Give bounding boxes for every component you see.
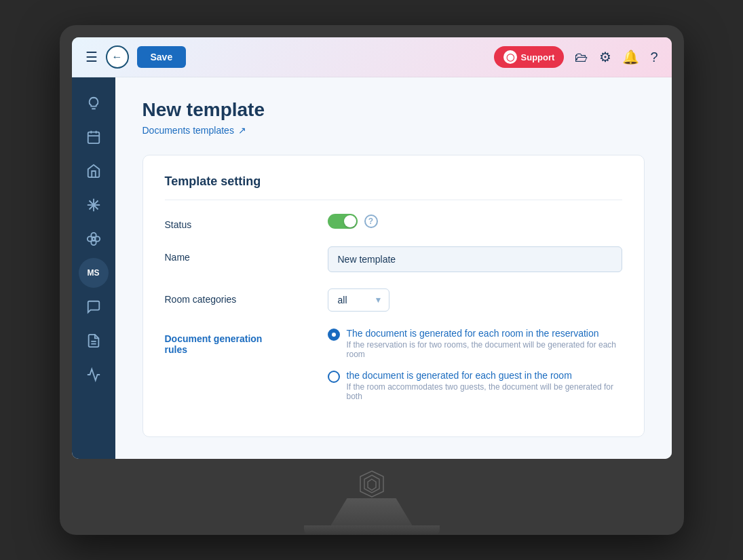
sidebar-item-home[interactable] (79, 156, 109, 186)
main-layout: MS (72, 77, 672, 459)
help-icon[interactable]: ? (650, 50, 658, 65)
save-button[interactable]: Save (137, 46, 187, 68)
monitor-stand (72, 498, 672, 535)
radio-main-text-1: The document is generated for each room … (347, 328, 622, 339)
sidebar-item-chart[interactable] (79, 360, 109, 390)
svg-rect-0 (88, 132, 99, 144)
name-input[interactable] (328, 246, 622, 272)
radio-group: The document is generated for each room … (328, 328, 622, 401)
support-button[interactable]: ◯ Support (494, 46, 565, 68)
room-categories-select-wrapper: all single double suite ▼ (328, 288, 389, 312)
room-categories-select[interactable]: all single double suite (328, 288, 389, 312)
breadcrumb[interactable]: Documents templates ↗ (142, 125, 645, 136)
folder-icon[interactable]: 🗁 (575, 50, 588, 65)
sidebar-item-calendar[interactable] (79, 122, 109, 152)
stand-neck (331, 498, 413, 525)
page-title: New template (142, 99, 645, 121)
hamburger-icon[interactable]: ☰ (85, 49, 98, 65)
status-toggle[interactable] (328, 214, 358, 229)
sidebar: MS (72, 77, 115, 459)
doc-gen-label: Document generationrules (165, 328, 301, 355)
sidebar-item-snowflake[interactable] (79, 190, 109, 220)
doc-gen-control: The document is generated for each room … (328, 328, 622, 401)
card-title: Template setting (165, 174, 622, 200)
sidebar-item-avatar[interactable]: MS (79, 258, 109, 288)
name-row: Name (165, 246, 622, 272)
radio-text-group-2: the document is generated for each guest… (347, 370, 622, 401)
room-categories-control: all single double suite ▼ (328, 288, 622, 312)
status-control: ? (328, 214, 622, 229)
status-help-icon[interactable]: ? (364, 214, 378, 228)
back-arrow-icon: ← (112, 51, 123, 63)
room-categories-label: Room categories (165, 288, 301, 305)
radio-sub-text-1: If the reservation is for two rooms, the… (347, 340, 622, 359)
toggle-knob (344, 215, 356, 227)
radio-option-1[interactable]: The document is generated for each room … (328, 328, 622, 359)
radio-circle-1 (328, 329, 340, 341)
top-bar: ☰ ← Save ◯ Support 🗁 ⚙ 🔔 ? (72, 37, 672, 77)
name-control (328, 246, 622, 272)
top-bar-right: ◯ Support 🗁 ⚙ 🔔 ? (494, 46, 658, 68)
settings-icon[interactable]: ⚙ (599, 49, 611, 65)
room-categories-row: Room categories all single double suite … (165, 288, 622, 312)
template-settings-card: Template setting Status ? Name (142, 155, 645, 437)
sidebar-item-document[interactable] (79, 326, 109, 356)
radio-text-group-1: The document is generated for each room … (347, 328, 622, 359)
radio-main-text-2: the document is generated for each guest… (347, 370, 622, 381)
radio-sub-text-2: If the room accommodates two guests, the… (347, 382, 622, 401)
name-label: Name (165, 246, 301, 263)
external-link-icon: ↗ (238, 125, 246, 136)
sidebar-item-flower[interactable] (79, 224, 109, 254)
stand-base (304, 525, 440, 535)
sidebar-item-bulb[interactable] (79, 88, 109, 118)
avatar-initials: MS (88, 268, 100, 278)
status-row: Status ? (165, 214, 622, 230)
back-button[interactable]: ← (106, 45, 129, 69)
doc-gen-row: Document generationrules The document is… (165, 328, 622, 401)
status-label: Status (165, 214, 301, 230)
bell-icon[interactable]: 🔔 (622, 49, 639, 65)
sidebar-item-chat[interactable] (79, 292, 109, 322)
monitor-logo (358, 470, 386, 498)
support-icon: ◯ (503, 50, 517, 64)
content-area: New template Documents templates ↗ Templ… (115, 77, 672, 459)
radio-circle-2 (328, 371, 340, 383)
svg-marker-13 (368, 479, 376, 490)
radio-option-2[interactable]: the document is generated for each guest… (328, 370, 622, 401)
monitor-bottom (72, 459, 672, 498)
